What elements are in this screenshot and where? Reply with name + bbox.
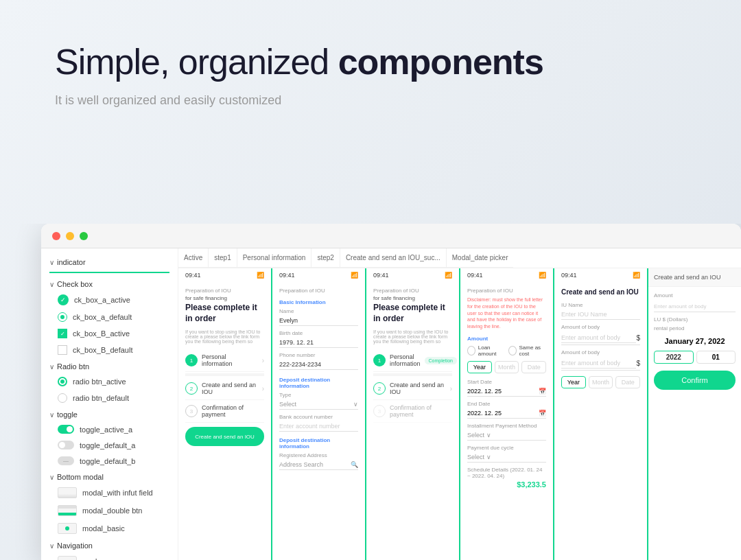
disclaimer-text: Disclaimer: must show the full letter fo… <box>467 296 546 330</box>
sidebar-item-card-c[interactable]: card_c <box>41 552 178 560</box>
sidebar-item-ck-box-a-default[interactable]: ck_box_a_default <box>41 309 178 325</box>
phone-value[interactable]: 222-2234-2234 <box>279 360 358 370</box>
create-btn-container: Create and send an IOU <box>185 427 264 446</box>
form-start-date: Start Date 2022. 12. 25 📅 <box>467 379 546 397</box>
screen-subtitle-personal: Preparation of IOU <box>373 288 452 294</box>
form-installment: Installment Payment Method Select ∨ <box>467 423 546 441</box>
sidebar-section-modal[interactable]: Bottom modal <box>41 469 178 484</box>
screen-subtitle-active: Preparation of IOU <box>185 288 264 294</box>
year-selector[interactable]: Year <box>467 361 492 373</box>
hero-title-bold: components <box>338 42 543 82</box>
start-date-value[interactable]: 2022. 12. 25 📅 <box>467 386 546 397</box>
sidebar-item-radio-active[interactable]: radio btn_active <box>41 373 178 390</box>
content-active: Preparation of IOU for safe financing Pl… <box>178 282 271 560</box>
sidebar-item-ck-box-B-default[interactable]: ck_box_B_default <box>41 342 178 358</box>
card-c-icon <box>58 556 77 560</box>
year-sel-dp[interactable]: 2022 <box>654 351 694 364</box>
amount-body2-label: Amount of body <box>561 349 640 355</box>
sidebar-item-toggle-active-a[interactable]: toggle_active_a <box>41 421 178 437</box>
date-sel-create[interactable]: Date <box>615 376 640 388</box>
tab-label-active[interactable]: Active <box>178 248 209 268</box>
status-bar-create: 09:41 📶 <box>554 268 647 282</box>
sidebar-section-checkbox[interactable]: Check box <box>41 276 178 291</box>
schedule-total: $3,233.5 <box>467 480 546 489</box>
step-2-personal-label: Create and send an IOU <box>390 382 446 395</box>
amount-body2-input[interactable]: Enter amount of body <box>561 358 636 369</box>
iou-name-input[interactable]: Enter IOU Name <box>561 310 640 320</box>
sidebar-indicator-bar <box>41 269 178 276</box>
sidebar-item-modal-double[interactable]: modal_double btn <box>41 502 178 520</box>
form-phone: Phone number 222-2234-2234 <box>279 352 358 370</box>
iou-name-label: IU Name <box>561 302 640 308</box>
step-1-active: 1 Personal information › <box>185 349 264 372</box>
account-value[interactable]: Enter account number <box>279 421 358 432</box>
status-bar-personal: 09:41 📶 <box>366 268 459 282</box>
dropdown-icon: ∨ <box>353 401 358 408</box>
tab-label-step2[interactable]: step2 <box>311 248 340 268</box>
step-3-active: 3 Confirmation of payment <box>185 400 264 423</box>
confirm-btn-dp[interactable]: Confirm <box>654 371 736 390</box>
end-date-value[interactable]: 2022. 12. 25 📅 <box>467 408 546 419</box>
installment-value[interactable]: Select ∨ <box>467 430 546 441</box>
sidebar-toggle-label: toggle <box>57 410 78 419</box>
rental-period-label: rental period <box>654 325 736 331</box>
same-label: Same as cost <box>519 345 546 357</box>
sidebar-section-radio[interactable]: Radio btn <box>41 358 178 373</box>
tab-label-step1[interactable]: step1 <box>209 248 237 268</box>
sidebar-item-toggle-default-a[interactable]: toggle_default_a <box>41 437 178 453</box>
tab-labels-row: Active step1 Personal information step2 … <box>178 248 741 268</box>
step-2-personal: 2 Create and send an IOU › <box>373 377 452 400</box>
screen-step1: 09:41 📶 Preparation of IOU Basic Informa… <box>272 268 366 560</box>
toggle-default-b-label: toggle_default_b <box>80 457 135 465</box>
browser-topbar <box>41 224 741 248</box>
section-label-basic: Basic Information <box>279 299 358 305</box>
sidebar-section-navigation[interactable]: Navigation <box>41 537 178 552</box>
sidebar-section-toggle[interactable]: toggle <box>41 406 178 421</box>
step-2-label: Create and send an IOU <box>202 382 258 395</box>
payment-cycle-value[interactable]: Select ∨ <box>467 452 546 463</box>
sidebar-indicator-label: indicator <box>57 258 86 266</box>
amount-body2-row: Enter amount of body $ <box>561 357 640 371</box>
modal-basic-icon <box>58 523 77 534</box>
heading-personal: Please complete it in order <box>373 303 452 324</box>
radio-active-label: radio btn_active <box>73 377 126 386</box>
form-account: Bank account number Enter account number <box>279 414 358 432</box>
month-sel-create[interactable]: Month <box>589 376 613 388</box>
create-iou-btn[interactable]: Create and send an IOU <box>185 427 264 446</box>
date-selector[interactable]: Date <box>521 361 546 373</box>
type-value[interactable]: Select ∨ <box>279 399 358 410</box>
sidebar-item-modal-basic[interactable]: modal_basic <box>41 520 178 537</box>
sidebar-item-ck-box-B-active[interactable]: ✓ ck_box_B_active <box>41 325 178 342</box>
amount-body-input[interactable]: Enter amount of body <box>561 333 636 343</box>
tagline-active: for safe financing <box>185 295 264 301</box>
hero-title-light: Simple, organized <box>55 42 338 82</box>
sidebar-section-indicator[interactable]: indicator <box>41 254 178 269</box>
tab-label-modal-datepicker[interactable]: Modal_date picker <box>447 248 514 268</box>
amount-body-label: Amount of body <box>561 324 640 330</box>
same-as-cost-option[interactable]: Same as cost <box>508 345 546 357</box>
amount-input-dp[interactable]: Enter amount of body <box>654 301 736 312</box>
radio-default-icon <box>58 393 67 403</box>
month-selector[interactable]: Month <box>495 361 519 373</box>
registered-value[interactable]: Address Search 🔍 <box>279 460 358 470</box>
toggle-off-icon <box>58 441 74 450</box>
screen-create-iou: 09:41 📶 Create and send an IOU IU Name E… <box>554 268 648 560</box>
tab-label-personal-info[interactable]: Personal information <box>237 248 312 268</box>
year-sel-create[interactable]: Year <box>561 376 586 388</box>
tab-label-create-iou[interactable]: Create and send an IOU_suc... <box>340 248 447 268</box>
name-value[interactable]: Evelyn <box>279 316 358 326</box>
month-sel-dp[interactable]: 01 <box>696 351 736 364</box>
toggle-active-a-label: toggle_active_a <box>80 425 132 434</box>
loan-amount-option[interactable]: Loan amount <box>467 345 504 357</box>
birthdate-value[interactable]: 1979. 12. 21 <box>279 338 358 348</box>
start-date-label: Start Date <box>467 379 546 385</box>
datepicker-month-display: January 27, 2022 <box>654 337 736 345</box>
sidebar-item-ck-box-a-active[interactable]: ✓ ck_box_a_active <box>41 291 178 309</box>
form-schedule: Schedule Details (2022. 01. 24 ~ 2022. 0… <box>467 467 546 489</box>
sidebar-item-radio-default[interactable]: radio btn_default <box>41 390 178 406</box>
content-personal: Preparation of IOU for safe financing Pl… <box>366 282 459 560</box>
amount-body-row: Enter amount of body $ <box>561 331 640 345</box>
sidebar-item-modal-input[interactable]: modal_with infut field <box>41 484 178 502</box>
sidebar-item-toggle-default-b[interactable]: toggle_default_b <box>41 453 178 469</box>
card-c-label: card_c <box>82 557 105 560</box>
